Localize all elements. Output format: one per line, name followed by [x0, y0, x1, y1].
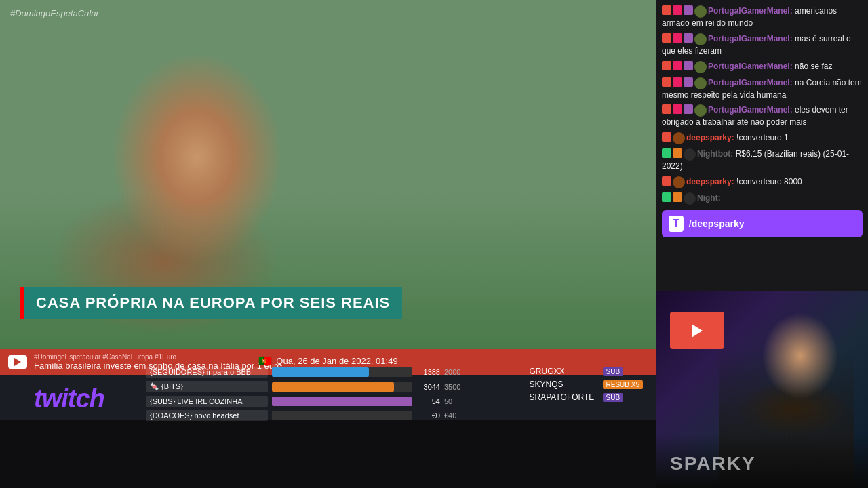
chat-username: PortugalGamerManel:: [708, 34, 795, 43]
caption-text: CASA PRÓPRIA NA EUROPA POR SEIS REAIS: [36, 294, 390, 311]
bottom-stats: #DomingoEspetacular #CasaNaEuropa #1Euro…: [0, 349, 656, 420]
sub-icon: [684, 5, 693, 15]
chat-username: PortugalGamerManel:: [708, 78, 795, 87]
webcam-brand: SPARKY: [670, 453, 756, 474]
goal-target: 2000: [444, 368, 471, 376]
sub-icon: [684, 61, 693, 70]
goal-bar-container: [272, 367, 412, 377]
chat-username: PortugalGamerManel:: [708, 62, 795, 71]
goal-current: 54: [416, 397, 440, 405]
avatar: [694, 104, 707, 117]
subs-section: GRUGXXSUBSKYNQSRESUB X5SRAPATOFORTESUB: [530, 367, 643, 402]
chat-message: PortugalGamerManel: na Coreia não tem me…: [662, 77, 863, 101]
badge-icon: [662, 104, 671, 114]
avatar: [694, 5, 707, 18]
chat-icons: [662, 61, 707, 73]
twitch-notification: T/deepsparky: [662, 210, 863, 237]
chat-icons: [662, 176, 685, 188]
chat-username: deepsparky:: [686, 177, 736, 186]
badge-icon: [662, 192, 671, 202]
badge-icon: [662, 77, 671, 87]
heart-icon: [673, 61, 682, 70]
heart-icon: [673, 33, 682, 43]
chat-icons: [662, 33, 707, 45]
chat-icons: [662, 132, 685, 144]
twitch-notif-text: /deepsparky: [689, 218, 745, 229]
heart-icon: [673, 5, 682, 15]
sub-badge: RESUB X5: [603, 380, 643, 389]
chat-message: Nightbot: R$6.15 (Brazilian reais) (25-0…: [662, 148, 863, 172]
avatar: [684, 192, 696, 205]
chat-message: PortugalGamerManel: mas é surreal o que …: [662, 33, 863, 57]
chat-area[interactable]: PortugalGamerManel: americanos armado em…: [656, 0, 868, 291]
goal-label: 🍬 {BITS}: [146, 381, 268, 392]
badge-icon: [662, 61, 671, 70]
goals-section: {SEGUIDORES} ir para o BBB13882000🍬 {BIT…: [146, 367, 471, 421]
badge-icon: [662, 132, 671, 142]
goal-bar-container: [272, 411, 412, 420]
avatar: [673, 176, 685, 188]
chat-username: PortugalGamerManel:: [708, 106, 795, 115]
avatar: [694, 33, 707, 45]
twitch-logo: twitch: [34, 384, 104, 413]
chat-message: deepsparky: !converteuro 1: [662, 132, 863, 144]
badge-icon: [662, 176, 671, 186]
flag-icon: 🇵🇹: [258, 354, 272, 367]
goal-bar-fill: [272, 367, 369, 377]
youtube-tags: #DomingoEspetacular #CasaNaEuropa #1Euro: [34, 353, 282, 361]
chat-icons: [662, 104, 707, 117]
goal-label: {DOACOES} novo headset: [146, 410, 268, 421]
chat-icons: [662, 192, 696, 205]
heart-icon: [673, 104, 682, 114]
goal-bar-container: [272, 396, 412, 406]
goal-row: {SEGUIDORES} ir para o BBB13882000: [146, 367, 471, 378]
sub-badge: SUB: [603, 393, 624, 402]
monitor-icon: [670, 312, 724, 349]
video-caption: CASA PRÓPRIA NA EUROPA POR SEIS REAIS: [20, 287, 402, 319]
sub-icon: [684, 77, 693, 87]
sub-row: SRAPATOFORTESUB: [530, 392, 643, 402]
goal-current: €0: [416, 411, 440, 420]
webcam-background: SPARKY: [656, 291, 868, 488]
goal-label: {SEGUIDORES} ir para o BBB: [146, 367, 268, 378]
goal-bar-container: [272, 382, 412, 392]
nightbot-icon: [673, 192, 682, 202]
sub-badge: SUB: [603, 367, 624, 376]
chat-icons: [662, 77, 707, 89]
chat-message: Night:: [662, 192, 863, 205]
chat-username: PortugalGamerManel:: [708, 6, 795, 16]
goal-bar-fill: [272, 396, 412, 406]
video-player[interactable]: #DomingoEspetaCular CASA PRÓPRIA NA EURO…: [0, 0, 656, 349]
avatar: [694, 77, 707, 89]
sub-name: SRAPATOFORTE: [530, 392, 597, 402]
watermark: #DomingoEspetaCular: [10, 8, 99, 18]
date-display: 🇵🇹 Qua, 26 de Jan de 2022, 01:49: [258, 354, 397, 367]
goal-row: {SUBS} LIVE IRL COZINHA5450: [146, 396, 471, 407]
badge-icon: [662, 33, 671, 43]
sub-name: SKYNQS: [530, 380, 597, 389]
sub-name: GRUGXX: [530, 367, 597, 376]
goal-target: 3500: [444, 383, 471, 391]
badge-icon: [662, 148, 671, 158]
sub-row: SKYNQSRESUB X5: [530, 380, 643, 389]
sub-row: GRUGXXSUB: [530, 367, 643, 376]
goal-target: 50: [444, 397, 471, 405]
webcam-area: SPARKY: [656, 291, 868, 488]
goal-bar-fill: [272, 382, 394, 392]
chat-username: Night:: [697, 193, 721, 203]
twitch-notif-icon: T: [669, 216, 684, 232]
chat-icons: [662, 5, 707, 18]
avatar: [694, 61, 707, 73]
youtube-icon: [8, 355, 27, 369]
chat-message: deepsparky: !converteuro 8000: [662, 176, 863, 188]
chat-username: deepsparky:: [686, 133, 736, 142]
nightbot-icon: [673, 148, 682, 158]
badge-icon: [662, 5, 671, 15]
sub-icon: [684, 104, 693, 114]
goal-current: 1388: [416, 368, 440, 376]
avatar: [684, 148, 696, 161]
goal-current: 3044: [416, 383, 440, 391]
chat-username: Nightbot:: [697, 149, 736, 159]
goal-row: 🍬 {BITS}30443500: [146, 381, 471, 392]
main-area: #DomingoEspetaCular CASA PRÓPRIA NA EURO…: [0, 0, 656, 488]
